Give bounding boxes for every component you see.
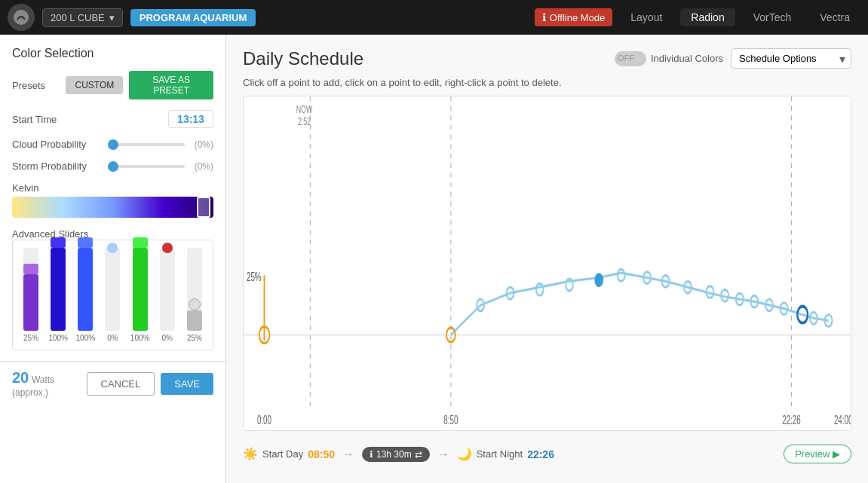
watts-info: 20 Watts (approx.) bbox=[12, 369, 87, 398]
tab-vectra[interactable]: Vectra bbox=[809, 8, 860, 26]
moon-icon: 🌙 bbox=[457, 447, 472, 461]
tab-layout[interactable]: Layout bbox=[620, 8, 673, 26]
tab-vortech[interactable]: VorTech bbox=[743, 8, 802, 26]
chart-area[interactable]: NOW 2:52 25% bbox=[243, 96, 851, 431]
duration-pill: ℹ 13h 30m ⇄ bbox=[362, 447, 430, 462]
arrows-icon: ⇄ bbox=[415, 449, 422, 460]
start-night-time: 22:26 bbox=[527, 448, 554, 460]
slider-red: 0% bbox=[157, 248, 178, 342]
tab-radion[interactable]: Radion bbox=[680, 8, 735, 26]
cloud-probability-row: Cloud Probability (0%) bbox=[12, 139, 213, 150]
svg-rect-1 bbox=[244, 96, 851, 430]
sun-icon: ☀️ bbox=[243, 447, 258, 461]
slider-blue: 100% bbox=[75, 248, 96, 342]
color-selection-title: Color Selection bbox=[12, 47, 213, 60]
start-time-row: Start Time 13:13 bbox=[12, 110, 213, 128]
start-time-value[interactable]: 13:13 bbox=[168, 110, 213, 128]
program-aquarium-button[interactable]: PROGRAM AQUARIUM bbox=[130, 9, 256, 26]
save-button[interactable]: SAVE bbox=[161, 373, 213, 395]
custom-preset-button[interactable]: CUSTOM bbox=[66, 76, 123, 94]
save-as-preset-button[interactable]: SAVE AS PRESET bbox=[129, 71, 213, 99]
storm-probability-slider[interactable] bbox=[109, 165, 185, 168]
main-content: Color Selection Presets CUSTOM SAVE AS P… bbox=[0, 35, 868, 483]
offline-badge: Offline Mode bbox=[535, 8, 612, 26]
schedule-options-wrapper: Schedule Options ▾ bbox=[731, 48, 851, 69]
arrow2-icon: → bbox=[437, 448, 449, 461]
slider-violet: 25% bbox=[20, 248, 41, 342]
arrow-icon: → bbox=[342, 448, 354, 461]
instruction-text: Click off a point to add, click on a poi… bbox=[243, 77, 851, 88]
svg-text:2:52: 2:52 bbox=[298, 115, 311, 128]
slider-blue-track[interactable] bbox=[78, 248, 93, 331]
slider-deep-blue: 100% bbox=[48, 248, 69, 342]
slider-deep-blue-track[interactable] bbox=[51, 248, 66, 331]
storm-probability-row: Storm Probability (0%) bbox=[12, 160, 213, 172]
aquarium-selector[interactable]: 200 L CUBE ▾ bbox=[42, 8, 123, 27]
slider-light-blue-track[interactable] bbox=[105, 248, 120, 331]
slider-violet-track[interactable] bbox=[23, 248, 38, 331]
individual-colors-toggle: OFF Individual Colors bbox=[615, 51, 723, 66]
svg-text:8:50: 8:50 bbox=[443, 414, 458, 427]
kelvin-section: Kelvin bbox=[12, 182, 213, 218]
cancel-button[interactable]: CANCEL bbox=[87, 372, 155, 396]
slider-red-track[interactable] bbox=[160, 248, 175, 331]
slider-white-track[interactable] bbox=[187, 248, 202, 331]
svg-text:25%: 25% bbox=[247, 271, 262, 284]
sliders-container: 25% 100% 100% bbox=[12, 240, 213, 350]
svg-text:NOW: NOW bbox=[296, 103, 313, 116]
left-panel: Color Selection Presets CUSTOM SAVE AS P… bbox=[0, 35, 226, 483]
cloud-probability-slider[interactable] bbox=[109, 143, 185, 146]
rp-header: Daily Schedule OFF Individual Colors Sch… bbox=[243, 48, 851, 69]
individual-colors-switch[interactable]: OFF bbox=[615, 51, 646, 66]
slider-light-blue: 0% bbox=[102, 248, 123, 342]
preview-button[interactable]: Preview ▶ bbox=[784, 445, 851, 463]
svg-text:0:00: 0:00 bbox=[257, 414, 271, 427]
advanced-sliders-section: Advanced Sliders 25% 100% bbox=[12, 228, 213, 350]
right-panel: Daily Schedule OFF Individual Colors Sch… bbox=[226, 35, 868, 483]
start-day-pill: ☀️ Start Day 08:50 bbox=[243, 447, 335, 461]
daily-schedule-title: Daily Schedule bbox=[243, 48, 363, 69]
rp-header-right: OFF Individual Colors Schedule Options ▾ bbox=[615, 48, 851, 69]
start-day-time: 08:50 bbox=[308, 448, 335, 460]
slider-white: 25% bbox=[184, 248, 205, 342]
timeline-bar: ☀️ Start Day 08:50 → ℹ 13h 30m ⇄ → 🌙 Sta… bbox=[243, 439, 851, 469]
svg-text:24:00: 24:00 bbox=[834, 414, 851, 427]
kelvin-slider[interactable] bbox=[12, 197, 213, 218]
logo bbox=[8, 4, 35, 31]
info-icon: ℹ bbox=[370, 449, 373, 460]
start-night-pill: 🌙 Start Night 22:26 bbox=[457, 447, 554, 461]
slider-green: 100% bbox=[130, 248, 151, 342]
slider-green-track[interactable] bbox=[133, 248, 148, 331]
svg-point-16 bbox=[595, 274, 603, 286]
dropdown-arrow-icon: ▾ bbox=[109, 12, 115, 23]
bottom-bar: 20 Watts (approx.) CANCEL SAVE bbox=[0, 361, 225, 405]
schedule-options-select[interactable]: Schedule Options bbox=[731, 48, 851, 69]
svg-text:22:26: 22:26 bbox=[782, 414, 801, 427]
topnav: 200 L CUBE ▾ PROGRAM AQUARIUM Offline Mo… bbox=[0, 0, 868, 35]
presets-row: Presets CUSTOM SAVE AS PRESET bbox=[12, 71, 213, 99]
